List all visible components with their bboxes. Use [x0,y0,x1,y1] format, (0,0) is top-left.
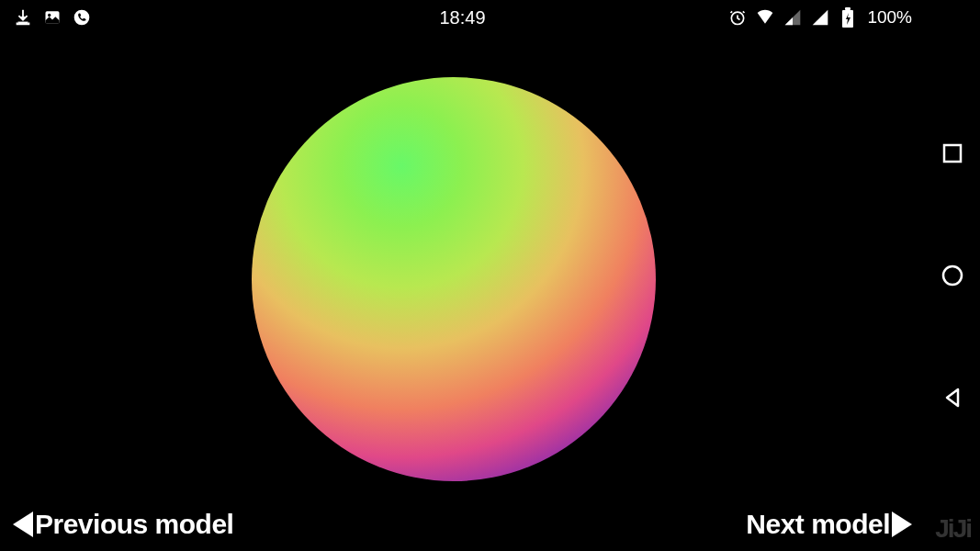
download-icon [13,7,33,28]
status-bar: 18:49 [0,0,925,35]
previous-model-button[interactable]: Previous model [13,509,233,540]
arrow-right-icon [892,512,912,537]
wifi-icon [755,7,775,28]
svg-rect-7 [944,145,961,162]
battery-icon [838,7,858,28]
next-label: Next model [746,509,890,540]
svg-point-3 [74,10,90,26]
status-left [13,7,92,28]
home-button[interactable] [939,262,966,289]
watermark: JiJi [935,514,971,544]
image-icon [42,7,62,28]
main-content [0,35,925,551]
svg-point-2 [48,14,51,17]
status-right: 100% [727,7,912,28]
phone-icon [72,7,92,28]
recent-apps-button[interactable] [939,140,966,167]
svg-rect-6 [845,7,850,10]
arrow-left-icon [13,512,33,537]
signal-1-icon [783,7,803,28]
back-button[interactable] [939,384,966,411]
status-time: 18:49 [439,7,485,28]
android-nav-bar [925,0,980,551]
previous-label: Previous model [35,509,233,540]
bottom-nav: Previous model Next model [0,509,925,540]
svg-rect-0 [18,22,28,25]
battery-percent: 100% [867,7,912,28]
next-model-button[interactable]: Next model [746,509,912,540]
signal-2-icon [810,7,830,28]
color-sphere-model[interactable] [252,77,656,481]
svg-point-8 [943,266,962,285]
alarm-icon [727,7,748,28]
